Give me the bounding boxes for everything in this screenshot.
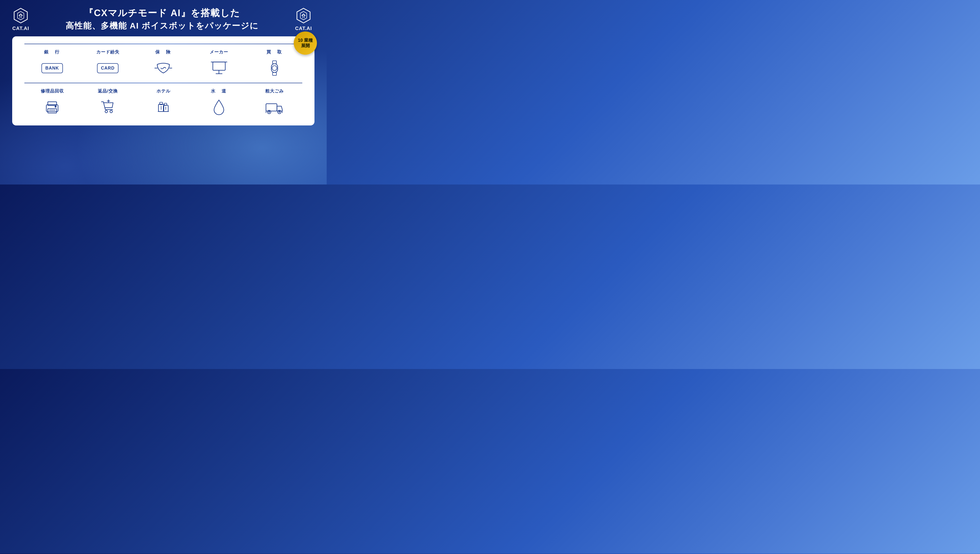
maker-svg [210, 59, 228, 77]
badge-line1: 10 業種 [298, 38, 313, 43]
industry-badge: 10 業種 展開 [294, 32, 317, 55]
category-bank: 銀 行 BANK [24, 49, 80, 78]
svg-marker-1 [297, 8, 310, 23]
top-divider [24, 44, 302, 44]
middle-divider [24, 83, 302, 83]
category-insurance: 保 険 [135, 49, 191, 78]
return-icon [98, 97, 118, 117]
repair-icon [42, 97, 62, 117]
svg-rect-4 [213, 62, 225, 70]
svg-point-33 [279, 112, 280, 112]
svg-rect-14 [48, 109, 57, 113]
card-icon: CARD [98, 58, 118, 78]
insurance-icon [154, 58, 173, 78]
category-return: 返品/交換 [80, 88, 135, 117]
logo-text-left: CAT.AI [13, 26, 29, 31]
badge-line2: 展開 [301, 43, 310, 49]
bank-icon: BANK [42, 58, 62, 78]
category-trash: 粗大ごみ [247, 88, 302, 117]
header-title: 『CXマルチモード AI』を搭載した 高性能、多機能 AI ボイスボットをパッケ… [29, 7, 295, 32]
category-bank-label: 銀 行 [44, 49, 60, 55]
header: CAT.AI 『CXマルチモード AI』を搭載した 高性能、多機能 AI ボイス… [0, 0, 327, 37]
logo-icon-right [295, 7, 312, 24]
title-line2: 高性能、多機能 AI ボイスボットをパッケージに [34, 20, 290, 32]
main-card: 10 業種 展開 銀 行 BANK カード紛失 CARD 保 険 [12, 37, 315, 125]
buy-icon [265, 58, 284, 78]
water-svg [212, 98, 226, 117]
insurance-svg [154, 61, 173, 75]
return-svg [99, 98, 116, 116]
trash-svg [265, 99, 284, 115]
category-buy: 買 取 [247, 49, 302, 78]
svg-marker-0 [14, 8, 27, 23]
maker-icon [209, 58, 229, 78]
category-card: カード紛失 CARD [80, 49, 135, 78]
svg-rect-10 [272, 61, 277, 64]
svg-point-18 [105, 110, 108, 113]
logo-icon-left [12, 7, 29, 24]
top-categories-row: 銀 行 BANK カード紛失 CARD 保 険 [24, 49, 302, 78]
category-trash-label: 粗大ごみ [265, 88, 284, 94]
title-line1: 『CXマルチモード AI』を搭載した [34, 7, 290, 19]
hotel-svg [154, 98, 172, 116]
category-water: 水 道 [191, 88, 247, 117]
category-repair: 修理品回収 [24, 88, 80, 117]
svg-rect-11 [272, 72, 277, 75]
category-repair-label: 修理品回収 [41, 88, 64, 94]
repair-svg [43, 98, 61, 116]
category-water-label: 水 道 [211, 88, 227, 94]
trash-icon [265, 97, 284, 117]
category-insurance-label: 保 険 [155, 49, 171, 55]
hotel-icon [154, 97, 173, 117]
bottom-categories-row: 修理品回収 返品/交換 [24, 88, 302, 117]
logo-text-right: CAT.AI [295, 26, 312, 31]
category-maker: メーカー [191, 49, 247, 78]
buy-svg [269, 58, 281, 78]
category-hotel: ホテル [135, 88, 191, 117]
bank-box: BANK [41, 63, 63, 73]
water-icon [209, 97, 229, 117]
logo-right: CAT.AI [295, 7, 312, 31]
category-hotel-label: ホテル [156, 88, 170, 94]
svg-rect-29 [266, 104, 277, 111]
svg-point-17 [55, 106, 56, 107]
category-return-label: 返品/交換 [98, 88, 118, 94]
svg-point-9 [272, 65, 277, 70]
category-card-label: カード紛失 [96, 49, 119, 55]
category-maker-label: メーカー [210, 49, 228, 55]
category-buy-label: 買 取 [266, 49, 283, 55]
svg-point-31 [269, 112, 270, 112]
svg-point-19 [110, 110, 112, 113]
logo-left: CAT.AI [12, 7, 29, 31]
card-box: CARD [97, 63, 118, 73]
